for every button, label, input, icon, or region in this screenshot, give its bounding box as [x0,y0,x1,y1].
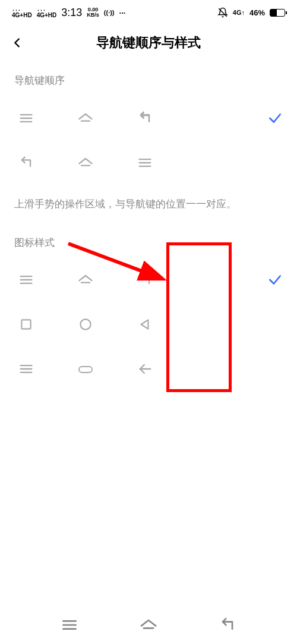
section-order-label: 导航键顺序 [0,61,297,96]
system-nav-bar [0,605,297,644]
home-icon [74,154,97,171]
more-dots: ··· [119,8,126,17]
system-home-icon[interactable] [137,615,160,634]
circle-icon [74,317,97,332]
info-text: 上滑手势的操作区域，与导航键的位置一一对应。 [0,185,297,223]
network-label: 4G↑ [233,9,245,16]
pill-icon [74,361,97,377]
style-option-2[interactable] [0,302,297,347]
status-bar: ⬪⬪⬪4G+HD ⬪⬪⬪4G+HD 3:13 0.00KB/s ((·)) ··… [0,0,297,25]
order-option-1[interactable] [0,96,297,140]
clock: 3:13 [61,7,82,19]
home-icon [74,272,97,288]
square-icon [14,317,38,332]
back-nav-icon [133,272,157,288]
alarm-off-icon [217,7,228,18]
triangle-back-icon [133,317,157,332]
wifi-icon: ((·)) [104,9,115,16]
style-option-3[interactable] [0,347,297,392]
order-option-2[interactable] [0,140,297,185]
section-style-label: 图标样式 [0,223,297,258]
menu-icon [14,272,38,288]
menu-icon [14,110,38,127]
svg-rect-18 [79,367,92,372]
svg-point-14 [80,319,90,329]
battery-icon [270,9,285,17]
battery-percent: 46% [249,8,265,17]
checkmark-icon [267,111,283,126]
signal-1: ⬪⬪⬪4G+HD [12,7,32,18]
system-recent-icon[interactable] [58,615,81,634]
data-speed: 0.00KB/s [87,7,99,18]
menu-icon [14,361,38,377]
home-icon [74,110,97,127]
svg-rect-13 [21,320,30,329]
page-title: 导航键顺序与样式 [96,34,201,52]
page-header: 导航键顺序与样式 [0,25,297,61]
menu-icon [133,154,157,171]
signal-2: ⬪⬪⬪4G+HD [37,7,57,18]
checkmark-icon [267,272,283,288]
arrow-left-icon [133,361,157,377]
back-button[interactable] [11,36,24,49]
system-back-icon[interactable] [216,615,239,634]
back-nav-icon [14,154,38,171]
style-option-1[interactable] [0,258,297,302]
back-nav-icon [133,110,157,127]
